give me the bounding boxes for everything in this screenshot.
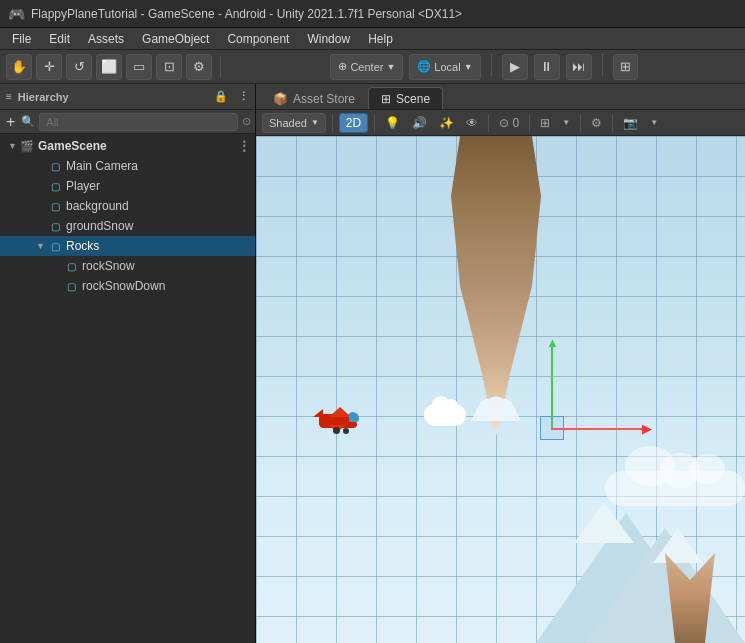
- main-camera-icon: ▢: [48, 159, 62, 173]
- hierarchy-item-player[interactable]: ▢ Player: [0, 176, 255, 196]
- main-toolbar: ✋ ✛ ↺ ⬜ ▭ ⊡ ⚙ ⊕ Center ▼ 🌐 Local ▼ ▶ ⏸ ⏭…: [0, 50, 745, 84]
- hierarchy-search-submit-icon[interactable]: ⊙: [242, 115, 251, 128]
- gizmo-x-axis: ▶: [551, 428, 646, 430]
- hierarchy-item-rockSnow[interactable]: ▢ rockSnow: [0, 256, 255, 276]
- lighting-toggle-button[interactable]: 💡: [381, 113, 404, 133]
- rotate-tool-button[interactable]: ↺: [66, 54, 92, 80]
- scene-toolbar-sep-2: [374, 114, 375, 132]
- grid-button[interactable]: ⊞: [536, 113, 554, 133]
- menu-help[interactable]: Help: [360, 30, 401, 48]
- gizmos-button[interactable]: ⊙ 0: [495, 113, 523, 133]
- scene-icon: 🎬: [20, 140, 34, 153]
- local-global-label: Local: [434, 61, 460, 73]
- toolbar-separator-3: [602, 54, 603, 76]
- hierarchy-item-rockSnowDown[interactable]: ▢ rockSnowDown: [0, 276, 255, 296]
- hierarchy-scene-root[interactable]: 🎬 GameScene ⋮: [0, 136, 255, 156]
- plane-cockpit: [349, 412, 359, 422]
- hierarchy-item-background[interactable]: ▢ background: [0, 196, 255, 216]
- tab-asset-store[interactable]: 📦 Asset Store: [260, 87, 368, 109]
- local-global-button[interactable]: 🌐 Local ▼: [409, 54, 480, 80]
- toolbar-separator-2: [491, 54, 492, 76]
- plane-object: [311, 404, 366, 439]
- hierarchy-item-groundSnow[interactable]: ▢ groundSnow: [0, 216, 255, 236]
- plane-tail: [313, 409, 323, 417]
- local-global-arrow-icon: ▼: [464, 62, 473, 72]
- camera-button[interactable]: 📷: [619, 113, 642, 133]
- menu-window[interactable]: Window: [299, 30, 358, 48]
- hierarchy-panel-title: Hierarchy: [18, 91, 69, 103]
- bg-cloud-puff-3: [690, 454, 725, 484]
- menu-edit[interactable]: Edit: [41, 30, 78, 48]
- menu-file[interactable]: File: [4, 30, 39, 48]
- background-label: background: [66, 199, 129, 213]
- rockSnowDown-label: rockSnowDown: [82, 279, 165, 293]
- background-icon: ▢: [48, 199, 62, 213]
- plane-wheel-2: [343, 428, 349, 434]
- hierarchy-panel-icon: ≡: [6, 91, 12, 102]
- local-global-icon: 🌐: [417, 60, 431, 73]
- scene-name-label: GameScene: [38, 139, 107, 153]
- camera-arrow-button[interactable]: ▼: [646, 113, 662, 133]
- pause-button[interactable]: ⏸: [534, 54, 560, 80]
- shading-label: Shaded: [269, 117, 307, 129]
- center-pivot-label: Center: [350, 61, 383, 73]
- 2d-view-button[interactable]: 2D: [339, 113, 368, 133]
- scene-viewport[interactable]: ▶ ▲: [256, 136, 745, 643]
- scene-tools-button[interactable]: ⚙: [587, 113, 606, 133]
- plane-wing-top: [329, 407, 351, 417]
- cloud-puff-2: [444, 399, 458, 413]
- shading-dropdown[interactable]: Shaded ▼: [262, 113, 326, 133]
- player-label: Player: [66, 179, 100, 193]
- right-side: 📦 Asset Store ⊞ Scene Shaded ▼ 2D 💡 🔊 ✨ …: [256, 84, 745, 643]
- tab-scene[interactable]: ⊞ Scene: [368, 87, 443, 109]
- menu-gameobject[interactable]: GameObject: [134, 30, 217, 48]
- scene-toolbar-sep-4: [529, 114, 530, 132]
- hand-tool-button[interactable]: ✋: [6, 54, 32, 80]
- hierarchy-item-main-camera[interactable]: ▢ Main Camera: [0, 156, 255, 176]
- step-button[interactable]: ⏭: [566, 54, 592, 80]
- play-button[interactable]: ▶: [502, 54, 528, 80]
- menu-bar: File Edit Assets GameObject Component Wi…: [0, 28, 745, 50]
- groundSnow-label: groundSnow: [66, 219, 133, 233]
- menu-assets[interactable]: Assets: [80, 30, 132, 48]
- unity-logo-icon: 🎮: [8, 6, 25, 22]
- scene-root-arrow-icon[interactable]: [8, 141, 20, 151]
- scene-options-icon[interactable]: ⋮: [237, 138, 251, 154]
- hierarchy-menu-icon[interactable]: ⋮: [238, 90, 249, 103]
- center-pivot-button[interactable]: ⊕ Center ▼: [330, 54, 403, 80]
- toolbar-center-group: ⊕ Center ▼ 🌐 Local ▼ ▶ ⏸ ⏭ ⊞: [229, 54, 739, 80]
- scene-tab-bar: 📦 Asset Store ⊞ Scene: [256, 84, 745, 110]
- scene-toolbar: Shaded ▼ 2D 💡 🔊 ✨ 👁 ⊙ 0 ⊞ ▼ ⚙ 📷 ▼: [256, 110, 745, 136]
- title-bar: 🎮 FlappyPlaneTutorial - GameScene - Andr…: [0, 0, 745, 28]
- audio-toggle-button[interactable]: 🔊: [408, 113, 431, 133]
- hierarchy-lock-icon[interactable]: 🔒: [214, 90, 228, 103]
- hierarchy-add-button[interactable]: +: [4, 114, 17, 130]
- collab-button[interactable]: ⊞: [613, 54, 638, 80]
- transform-tool-button[interactable]: ⊡: [156, 54, 182, 80]
- gizmo-x-arrow-icon: ▶: [642, 421, 652, 436]
- toolbar-separator-1: [220, 56, 221, 78]
- move-tool-button[interactable]: ✛: [36, 54, 62, 80]
- rocks-arrow-icon[interactable]: [36, 241, 48, 251]
- hierarchy-item-rocks[interactable]: ▢ Rocks: [0, 236, 255, 256]
- gizmo-y-arrow-icon: ▲: [546, 335, 559, 350]
- groundSnow-icon: ▢: [48, 219, 62, 233]
- grid-arrow-button[interactable]: ▼: [558, 113, 574, 133]
- fx-toggle-button[interactable]: ✨: [435, 113, 458, 133]
- scale-tool-button[interactable]: ⬜: [96, 54, 122, 80]
- hierarchy-search-bar: + 🔍 ⊙: [0, 110, 255, 134]
- center-pivot-arrow-icon: ▼: [386, 62, 395, 72]
- menu-component[interactable]: Component: [219, 30, 297, 48]
- snow-cap-left: [574, 503, 634, 543]
- custom-tool-button[interactable]: ⚙: [186, 54, 212, 80]
- rocks-label: Rocks: [66, 239, 99, 253]
- scene-tab-icon: ⊞: [381, 92, 391, 106]
- rect-tool-button[interactable]: ▭: [126, 54, 152, 80]
- plane-wheel-1: [333, 427, 340, 434]
- scene-toolbar-sep-6: [612, 114, 613, 132]
- scene-toolbar-sep-1: [332, 114, 333, 132]
- rockSnow-label: rockSnow: [82, 259, 135, 273]
- window-title: FlappyPlaneTutorial - GameScene - Androi…: [31, 7, 462, 21]
- visibility-toggle-button[interactable]: 👁: [462, 113, 482, 133]
- hierarchy-search-input[interactable]: [39, 113, 238, 131]
